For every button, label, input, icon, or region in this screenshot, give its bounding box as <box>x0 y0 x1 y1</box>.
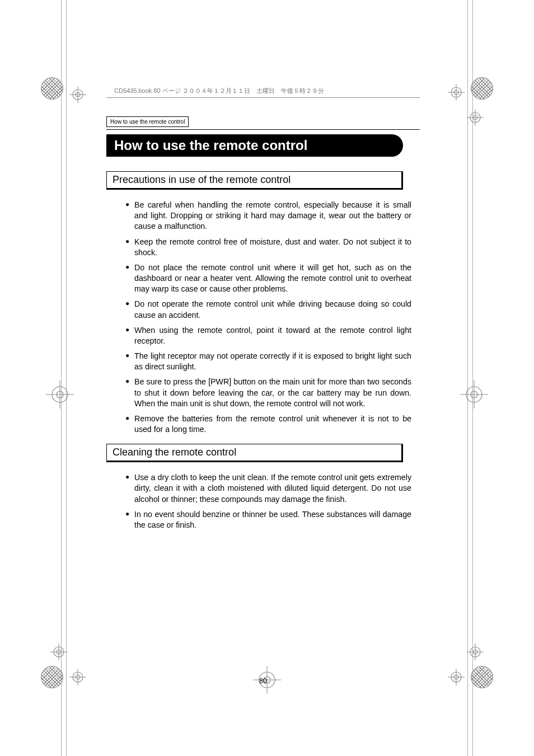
list-item: In no event should benzine or thinner be… <box>134 509 411 530</box>
list-item: Remove the batteries from the remote con… <box>134 414 411 435</box>
precautions-list: Be careful when handling the remote cont… <box>134 200 411 435</box>
section-heading-cleaning: Cleaning the remote control <box>106 444 403 462</box>
divider <box>106 129 420 130</box>
page-title: How to use the remote control <box>106 134 403 157</box>
list-item: The light receptor may not operate corre… <box>134 351 411 372</box>
list-item: Do not operate the remote control unit w… <box>134 299 411 320</box>
breadcrumb: How to use the remote control <box>106 116 189 127</box>
meta-header: CD5435.book 80 ページ ２００４年１２月１１日 土曜日 午後５時２… <box>106 87 420 98</box>
list-item: When using the remote control, point it … <box>134 325 411 346</box>
list-item: Keep the remote control free of moisture… <box>134 237 411 258</box>
list-item: Do not place the remote control unit whe… <box>134 262 411 295</box>
page-content: CD5435.book 80 ページ ２００４年１２月１１日 土曜日 午後５時２… <box>106 87 420 539</box>
section-heading-precautions: Precautions in use of the remote control <box>106 171 403 190</box>
cleaning-list: Use a dry cloth to keep the unit clean. … <box>134 472 411 530</box>
list-item: Be sure to press the [PWR] button on the… <box>134 377 411 409</box>
list-item: Use a dry cloth to keep the unit clean. … <box>134 472 411 505</box>
page-number: 80 <box>106 677 420 685</box>
list-item: Be careful when handling the remote cont… <box>134 200 411 232</box>
